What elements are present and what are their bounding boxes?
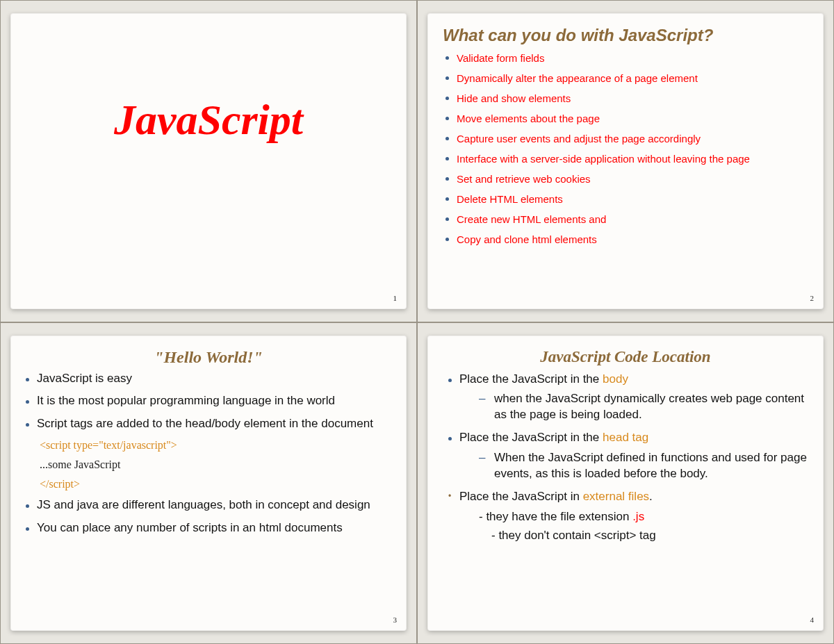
- sub-item: When the JavaScript defined in functions…: [479, 450, 808, 482]
- list-item: Place the JavaScript in the head tag: [445, 430, 808, 446]
- highlight: body: [603, 372, 628, 386]
- highlight: head tag: [603, 431, 648, 444]
- code-open-tag: <script type="text/javascript">: [40, 439, 391, 452]
- cell-3: "Hello World!" JavaScript is easy It is …: [0, 322, 417, 645]
- cell-1: JavaScript 1: [0, 0, 417, 322]
- list-item: Place the JavaScript in the body: [445, 372, 808, 388]
- slide3-pagenum: 3: [393, 616, 398, 624]
- slide3-title: "Hello World!": [26, 348, 391, 367]
- list-item: Hide and show elements: [445, 91, 808, 106]
- list-item: Delete HTML elements: [445, 192, 808, 206]
- highlight: .js: [632, 510, 644, 523]
- list-item: Interface with a server-side application…: [445, 151, 808, 166]
- list-item: Dynamically alter the appearance of a pa…: [445, 71, 808, 85]
- list-item: You can place any number of scripts in a…: [26, 520, 391, 536]
- slide-2: What can you do with JavaScript? Validat…: [427, 13, 824, 309]
- sublist: When the JavaScript defined in functions…: [445, 450, 808, 482]
- code-body: ...some JavaScript: [40, 459, 391, 471]
- slide4-title: JavaScript Code Location: [443, 348, 808, 366]
- text: Place the JavaScript in the: [459, 431, 603, 444]
- text: Place the JavaScript in: [459, 490, 583, 503]
- slide-3: "Hello World!" JavaScript is easy It is …: [10, 336, 407, 631]
- list-item: Capture user events and adjust the page …: [445, 131, 808, 146]
- slide4-pagenum: 4: [810, 616, 815, 624]
- text: .: [649, 490, 653, 503]
- slide-4: JavaScript Code Location Place the JavaS…: [427, 336, 824, 631]
- code-close-tag: </script>: [40, 478, 391, 490]
- list-item: Move elements about the page: [445, 111, 808, 126]
- code-block: <script type="text/javascript"> ...some …: [40, 439, 391, 490]
- list-item: JS and java are different languages, bot…: [26, 497, 391, 513]
- sub-item: - they don't contain <script> tag: [479, 528, 808, 544]
- text: Place the JavaScript in the: [459, 372, 603, 386]
- cell-2: What can you do with JavaScript? Validat…: [417, 0, 834, 322]
- slide2-pagenum: 2: [810, 294, 815, 302]
- slide3-list-bottom: JS and java are different languages, bot…: [26, 497, 391, 536]
- slide4-list: Place the JavaScript in the body when th…: [443, 372, 808, 544]
- slide-1: JavaScript 1: [10, 13, 407, 309]
- slide1-title: JavaScript: [26, 95, 391, 145]
- sub-item: when the JavaScript dynamically creates …: [479, 391, 808, 423]
- slide1-pagenum: 1: [393, 294, 398, 302]
- slide-grid: JavaScript 1 What can you do with JavaSc…: [0, 0, 834, 644]
- list-item: Script tags are added to the head/body e…: [26, 416, 391, 432]
- sublist: when the JavaScript dynamically creates …: [445, 391, 808, 423]
- list-item: It is the most popular programming langu…: [26, 393, 391, 409]
- list-item: Place the JavaScript in external files.: [445, 489, 808, 505]
- slide2-list: Validate form fields Dynamically alter t…: [443, 51, 808, 247]
- highlight: external files: [583, 490, 649, 503]
- list-item: Set and retrieve web cookies: [445, 172, 808, 186]
- slide2-title: What can you do with JavaScript?: [443, 26, 808, 45]
- sublist: - they have the file extension .js - the…: [445, 509, 808, 544]
- slide3-list-top: JavaScript is easy It is the most popula…: [26, 371, 391, 433]
- list-item: JavaScript is easy: [26, 371, 391, 387]
- list-item: Copy and clone html elements: [445, 232, 808, 247]
- sub-item: - they have the file extension .js: [479, 509, 808, 525]
- list-item: Create new HTML elements and: [445, 212, 808, 226]
- cell-4: JavaScript Code Location Place the JavaS…: [417, 322, 834, 645]
- list-item: Validate form fields: [445, 51, 808, 65]
- text: - they have the file extension: [479, 510, 632, 523]
